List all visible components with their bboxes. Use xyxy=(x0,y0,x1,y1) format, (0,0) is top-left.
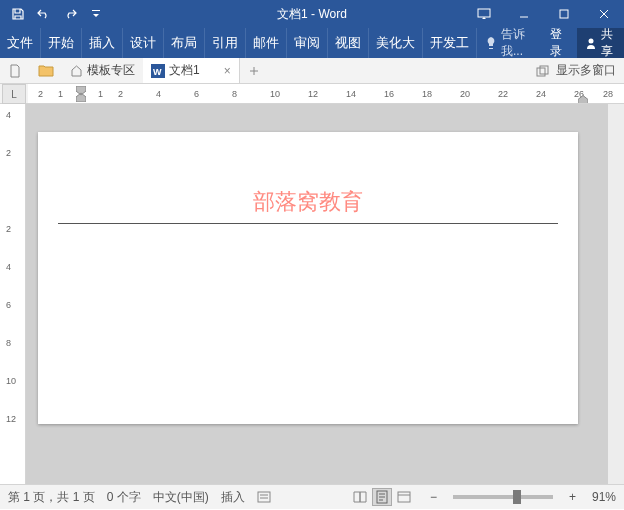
tab-beautify[interactable]: 美化大 xyxy=(369,28,423,58)
tell-me-label: 告诉我... xyxy=(501,26,534,60)
zoom-slider[interactable] xyxy=(453,495,553,499)
print-layout-button[interactable] xyxy=(372,488,392,506)
lightbulb-icon xyxy=(485,36,497,50)
qat-customize-button[interactable] xyxy=(84,2,108,26)
window-controls xyxy=(464,0,624,28)
insert-mode[interactable]: 插入 xyxy=(221,489,245,506)
open-folder-button[interactable] xyxy=(30,58,62,83)
word-icon: W xyxy=(151,64,165,78)
vertical-scrollbar[interactable] xyxy=(608,104,624,484)
tab-review[interactable]: 审阅 xyxy=(287,28,328,58)
new-tab-button[interactable] xyxy=(0,58,30,83)
view-buttons xyxy=(350,488,414,506)
document-header-text[interactable]: 部落窝教育 xyxy=(58,187,558,217)
svg-rect-5 xyxy=(537,68,545,76)
page-number[interactable]: 第 1 页，共 1 页 xyxy=(8,489,95,506)
home-icon xyxy=(70,64,83,77)
save-button[interactable] xyxy=(6,2,30,26)
title-bar: 文档1 - Word xyxy=(0,0,624,28)
ribbon-tabs: 文件 开始 插入 设计 布局 引用 邮件 审阅 视图 美化大 开发工 告诉我..… xyxy=(0,28,624,58)
tab-layout[interactable]: 布局 xyxy=(164,28,205,58)
maximize-button[interactable] xyxy=(544,0,584,28)
multi-window-label: 显示多窗口 xyxy=(556,62,616,79)
zoom-level[interactable]: 91% xyxy=(592,490,616,504)
zoom-in-button[interactable]: + xyxy=(565,490,580,504)
page-icon xyxy=(376,490,388,504)
tab-insert[interactable]: 插入 xyxy=(82,28,123,58)
svg-rect-0 xyxy=(478,9,490,17)
macro-button[interactable] xyxy=(257,490,271,504)
templates-label: 模板专区 xyxy=(87,62,135,79)
web-layout-button[interactable] xyxy=(394,488,414,506)
macro-icon xyxy=(257,490,271,504)
templates-tab[interactable]: 模板专区 xyxy=(62,58,143,83)
share-label: 共享 xyxy=(601,26,616,60)
tab-design[interactable]: 设计 xyxy=(123,28,164,58)
page[interactable]: 部落窝教育 xyxy=(38,132,578,424)
user-icon xyxy=(585,37,597,49)
header-divider xyxy=(58,223,558,224)
close-button[interactable] xyxy=(584,0,624,28)
document-area[interactable]: 部落窝教育 xyxy=(26,104,608,484)
redo-button[interactable] xyxy=(58,2,82,26)
word-count[interactable]: 0 个字 xyxy=(107,489,141,506)
tab-close-button[interactable]: × xyxy=(224,64,231,78)
document-tab-label: 文档1 xyxy=(169,62,200,79)
tab-mailings[interactable]: 邮件 xyxy=(246,28,287,58)
svg-rect-6 xyxy=(540,66,548,74)
windows-icon xyxy=(536,65,550,77)
folder-icon xyxy=(38,64,54,77)
tab-home[interactable]: 开始 xyxy=(41,28,82,58)
vertical-ruler[interactable]: 4 2 2 4 6 8 10 12 xyxy=(0,104,26,484)
document-tab-bar: 模板专区 W 文档1 × 显示多窗口 xyxy=(0,58,624,84)
quick-access-toolbar xyxy=(0,2,108,26)
indent-marker-icon[interactable] xyxy=(76,86,86,102)
language[interactable]: 中文(中国) xyxy=(153,489,209,506)
svg-point-2 xyxy=(588,39,593,44)
svg-rect-9 xyxy=(398,492,410,502)
tab-developer[interactable]: 开发工 xyxy=(423,28,477,58)
web-icon xyxy=(397,491,411,503)
window-title: 文档1 - Word xyxy=(277,6,347,23)
plus-icon xyxy=(248,65,260,77)
workspace: 4 2 2 4 6 8 10 12 部落窝教育 xyxy=(0,104,624,484)
page-icon xyxy=(8,64,22,78)
tab-selector[interactable]: L xyxy=(2,84,26,104)
minimize-button[interactable] xyxy=(504,0,544,28)
share-button[interactable]: 共享 xyxy=(577,28,624,58)
status-bar: 第 1 页，共 1 页 0 个字 中文(中国) 插入 − + 91% xyxy=(0,484,624,509)
zoom-out-button[interactable]: − xyxy=(426,490,441,504)
tab-view[interactable]: 视图 xyxy=(328,28,369,58)
read-mode-button[interactable] xyxy=(350,488,370,506)
undo-button[interactable] xyxy=(32,2,56,26)
ribbon-options-button[interactable] xyxy=(464,0,504,28)
horizontal-ruler[interactable]: 2 1 1 2 4 6 8 10 12 14 16 18 20 22 24 26… xyxy=(28,84,624,103)
svg-rect-7 xyxy=(258,492,270,502)
svg-rect-1 xyxy=(560,10,568,18)
right-indent-marker-icon[interactable] xyxy=(578,93,588,103)
add-tab-button[interactable] xyxy=(240,58,268,83)
tab-file[interactable]: 文件 xyxy=(0,28,41,58)
zoom-thumb[interactable] xyxy=(513,490,521,504)
multi-window-button[interactable]: 显示多窗口 xyxy=(536,62,624,79)
document-tab[interactable]: W 文档1 × xyxy=(143,58,240,83)
tell-me-search[interactable]: 告诉我... xyxy=(477,28,542,58)
horizontal-ruler-area: L 2 1 1 2 4 6 8 10 12 14 16 18 20 22 24 … xyxy=(0,84,624,104)
login-button[interactable]: 登录 xyxy=(542,28,577,58)
svg-text:W: W xyxy=(153,67,162,77)
tab-references[interactable]: 引用 xyxy=(205,28,246,58)
read-icon xyxy=(353,491,367,503)
